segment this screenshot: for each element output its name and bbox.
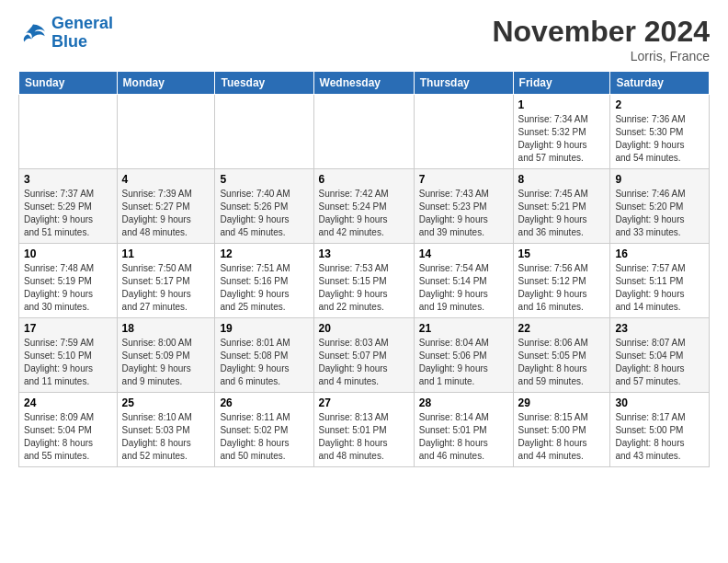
calendar-header-wednesday: Wednesday bbox=[313, 72, 414, 95]
day-number: 23 bbox=[615, 322, 704, 335]
calendar-cell: 10Sunrise: 7:48 AMSunset: 5:19 PMDayligh… bbox=[19, 244, 118, 318]
calendar-cell: 20Sunrise: 8:03 AMSunset: 5:07 PMDayligh… bbox=[313, 318, 414, 393]
day-info: Sunrise: 7:37 AMSunset: 5:29 PMDaylight:… bbox=[24, 188, 112, 239]
day-info: Sunrise: 7:59 AMSunset: 5:10 PMDaylight:… bbox=[24, 337, 112, 388]
day-info: Sunrise: 8:00 AMSunset: 5:09 PMDaylight:… bbox=[122, 337, 210, 388]
day-number: 8 bbox=[518, 173, 606, 186]
day-info: Sunrise: 8:03 AMSunset: 5:07 PMDaylight:… bbox=[319, 337, 409, 388]
day-number: 10 bbox=[24, 247, 112, 260]
day-number: 14 bbox=[419, 247, 508, 260]
logo-text: General Blue bbox=[51, 15, 113, 52]
calendar-cell: 25Sunrise: 8:10 AMSunset: 5:03 PMDayligh… bbox=[117, 393, 215, 467]
day-info: Sunrise: 7:48 AMSunset: 5:19 PMDaylight:… bbox=[24, 262, 112, 314]
day-info: Sunrise: 7:46 AMSunset: 5:20 PMDaylight:… bbox=[615, 188, 704, 239]
day-info: Sunrise: 7:56 AMSunset: 5:12 PMDaylight:… bbox=[518, 262, 606, 314]
calendar-cell bbox=[19, 95, 118, 169]
subtitle: Lorris, France bbox=[492, 49, 710, 63]
calendar-cell: 22Sunrise: 8:06 AMSunset: 5:05 PMDayligh… bbox=[513, 318, 610, 393]
calendar-cell: 9Sunrise: 7:46 AMSunset: 5:20 PMDaylight… bbox=[610, 169, 710, 244]
day-info: Sunrise: 8:01 AMSunset: 5:08 PMDaylight:… bbox=[220, 337, 308, 388]
day-number: 16 bbox=[615, 247, 704, 260]
day-number: 21 bbox=[419, 322, 508, 335]
day-number: 18 bbox=[122, 322, 210, 335]
day-number: 27 bbox=[319, 396, 409, 409]
calendar-cell: 12Sunrise: 7:51 AMSunset: 5:16 PMDayligh… bbox=[215, 244, 313, 318]
calendar-header-saturday: Saturday bbox=[610, 72, 710, 95]
calendar-header-sunday: Sunday bbox=[19, 72, 118, 95]
calendar-week-2: 10Sunrise: 7:48 AMSunset: 5:19 PMDayligh… bbox=[19, 244, 710, 318]
day-info: Sunrise: 8:07 AMSunset: 5:04 PMDaylight:… bbox=[615, 337, 704, 388]
day-info: Sunrise: 7:45 AMSunset: 5:21 PMDaylight:… bbox=[518, 188, 606, 239]
calendar-cell: 29Sunrise: 8:15 AMSunset: 5:00 PMDayligh… bbox=[513, 393, 610, 467]
day-info: Sunrise: 8:09 AMSunset: 5:04 PMDaylight:… bbox=[24, 411, 112, 463]
page: General Blue November 2024 Lorris, Franc… bbox=[0, 0, 728, 477]
day-info: Sunrise: 8:10 AMSunset: 5:03 PMDaylight:… bbox=[122, 411, 210, 463]
calendar-cell: 16Sunrise: 7:57 AMSunset: 5:11 PMDayligh… bbox=[610, 244, 710, 318]
calendar-cell: 17Sunrise: 7:59 AMSunset: 5:10 PMDayligh… bbox=[19, 318, 118, 393]
day-number: 26 bbox=[220, 396, 308, 409]
calendar-cell: 7Sunrise: 7:43 AMSunset: 5:23 PMDaylight… bbox=[414, 169, 513, 244]
calendar-cell: 24Sunrise: 8:09 AMSunset: 5:04 PMDayligh… bbox=[19, 393, 118, 467]
calendar-week-1: 3Sunrise: 7:37 AMSunset: 5:29 PMDaylight… bbox=[19, 169, 710, 244]
calendar-header-tuesday: Tuesday bbox=[215, 72, 313, 95]
calendar-cell: 3Sunrise: 7:37 AMSunset: 5:29 PMDaylight… bbox=[19, 169, 118, 244]
day-info: Sunrise: 7:42 AMSunset: 5:24 PMDaylight:… bbox=[319, 188, 409, 239]
calendar-cell: 27Sunrise: 8:13 AMSunset: 5:01 PMDayligh… bbox=[313, 393, 414, 467]
day-number: 13 bbox=[319, 247, 409, 260]
day-number: 11 bbox=[122, 247, 210, 260]
day-info: Sunrise: 8:13 AMSunset: 5:01 PMDaylight:… bbox=[319, 411, 409, 463]
logo: General Blue bbox=[18, 15, 113, 52]
day-info: Sunrise: 7:34 AMSunset: 5:32 PMDaylight:… bbox=[518, 113, 606, 165]
calendar-cell bbox=[117, 95, 215, 169]
day-number: 28 bbox=[419, 396, 508, 409]
calendar-cell: 4Sunrise: 7:39 AMSunset: 5:27 PMDaylight… bbox=[117, 169, 215, 244]
day-number: 7 bbox=[419, 173, 508, 186]
calendar-cell: 8Sunrise: 7:45 AMSunset: 5:21 PMDaylight… bbox=[513, 169, 610, 244]
day-number: 5 bbox=[220, 173, 308, 186]
calendar-header-friday: Friday bbox=[513, 72, 610, 95]
calendar-cell: 13Sunrise: 7:53 AMSunset: 5:15 PMDayligh… bbox=[313, 244, 414, 318]
calendar-cell: 23Sunrise: 8:07 AMSunset: 5:04 PMDayligh… bbox=[610, 318, 710, 393]
day-number: 9 bbox=[615, 173, 704, 186]
day-info: Sunrise: 7:39 AMSunset: 5:27 PMDaylight:… bbox=[122, 188, 210, 239]
day-number: 12 bbox=[220, 247, 308, 260]
calendar-table: SundayMondayTuesdayWednesdayThursdayFrid… bbox=[18, 71, 710, 467]
day-number: 30 bbox=[615, 396, 704, 409]
day-number: 4 bbox=[122, 173, 210, 186]
day-info: Sunrise: 7:53 AMSunset: 5:15 PMDaylight:… bbox=[319, 262, 409, 314]
day-number: 15 bbox=[518, 247, 606, 260]
logo-line2: Blue bbox=[51, 32, 87, 51]
calendar-cell: 21Sunrise: 8:04 AMSunset: 5:06 PMDayligh… bbox=[414, 318, 513, 393]
calendar-header-monday: Monday bbox=[117, 72, 215, 95]
calendar-cell: 26Sunrise: 8:11 AMSunset: 5:02 PMDayligh… bbox=[215, 393, 313, 467]
calendar-cell: 19Sunrise: 8:01 AMSunset: 5:08 PMDayligh… bbox=[215, 318, 313, 393]
day-info: Sunrise: 8:11 AMSunset: 5:02 PMDaylight:… bbox=[220, 411, 308, 463]
header: General Blue November 2024 Lorris, Franc… bbox=[18, 15, 710, 63]
day-info: Sunrise: 8:17 AMSunset: 5:00 PMDaylight:… bbox=[615, 411, 704, 463]
day-info: Sunrise: 7:51 AMSunset: 5:16 PMDaylight:… bbox=[220, 262, 308, 314]
calendar-week-3: 17Sunrise: 7:59 AMSunset: 5:10 PMDayligh… bbox=[19, 318, 710, 393]
calendar-week-0: 1Sunrise: 7:34 AMSunset: 5:32 PMDaylight… bbox=[19, 95, 710, 169]
day-number: 6 bbox=[319, 173, 409, 186]
day-number: 19 bbox=[220, 322, 308, 335]
calendar-header-thursday: Thursday bbox=[414, 72, 513, 95]
calendar-cell: 6Sunrise: 7:42 AMSunset: 5:24 PMDaylight… bbox=[313, 169, 414, 244]
main-title: November 2024 bbox=[492, 15, 710, 49]
day-info: Sunrise: 8:06 AMSunset: 5:05 PMDaylight:… bbox=[518, 337, 606, 388]
day-info: Sunrise: 7:43 AMSunset: 5:23 PMDaylight:… bbox=[419, 188, 508, 239]
day-info: Sunrise: 7:50 AMSunset: 5:17 PMDaylight:… bbox=[122, 262, 210, 314]
calendar-cell: 30Sunrise: 8:17 AMSunset: 5:00 PMDayligh… bbox=[610, 393, 710, 467]
day-number: 3 bbox=[24, 173, 112, 186]
day-info: Sunrise: 7:54 AMSunset: 5:14 PMDaylight:… bbox=[419, 262, 508, 314]
calendar-cell: 1Sunrise: 7:34 AMSunset: 5:32 PMDaylight… bbox=[513, 95, 610, 169]
calendar-cell: 15Sunrise: 7:56 AMSunset: 5:12 PMDayligh… bbox=[513, 244, 610, 318]
day-info: Sunrise: 7:36 AMSunset: 5:30 PMDaylight:… bbox=[615, 113, 704, 165]
day-number: 2 bbox=[615, 98, 704, 111]
day-number: 17 bbox=[24, 322, 112, 335]
calendar-cell: 28Sunrise: 8:14 AMSunset: 5:01 PMDayligh… bbox=[414, 393, 513, 467]
day-number: 25 bbox=[122, 396, 210, 409]
calendar-week-4: 24Sunrise: 8:09 AMSunset: 5:04 PMDayligh… bbox=[19, 393, 710, 467]
calendar-cell bbox=[313, 95, 414, 169]
calendar-header-row: SundayMondayTuesdayWednesdayThursdayFrid… bbox=[19, 72, 710, 95]
calendar-cell bbox=[215, 95, 313, 169]
